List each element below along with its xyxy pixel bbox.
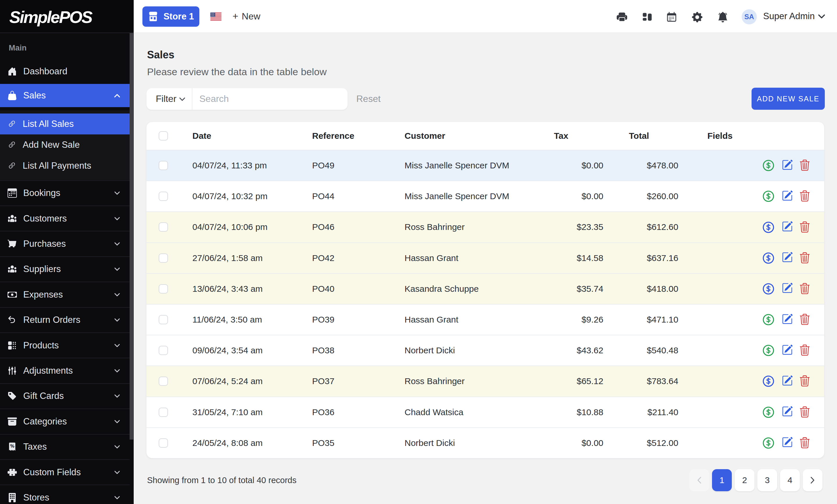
svg-text:%: % xyxy=(10,444,14,449)
